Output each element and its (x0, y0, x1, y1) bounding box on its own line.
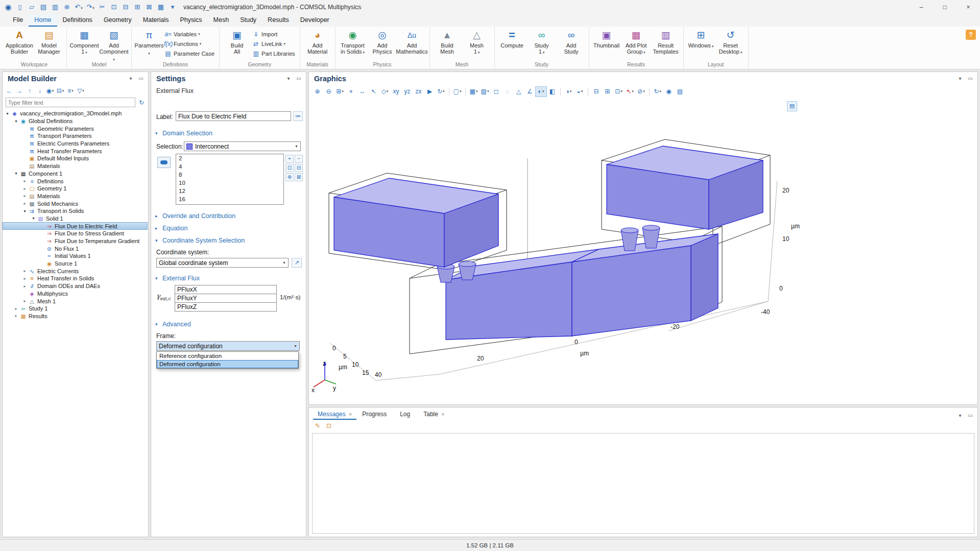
domain-list-item[interactable]: 12 (176, 187, 283, 195)
flux-value-input[interactable] (175, 294, 277, 303)
domain-list-item[interactable]: 4 (176, 162, 283, 171)
tree-expand-arrow[interactable] (21, 179, 28, 183)
plot-update-icon[interactable]: ↻ (652, 87, 663, 97)
menu-item[interactable]: Materials (137, 14, 175, 27)
view-yz-icon[interactable]: yz (402, 87, 413, 97)
tree-item[interactable]: Solid 1 (3, 215, 148, 223)
adjacent-select-icon[interactable]: △ (513, 87, 524, 97)
view-menu-icon[interactable]: ▢ (452, 87, 463, 97)
tree-item[interactable]: Study 1 (3, 305, 148, 313)
domain-list-item[interactable]: 2 (176, 154, 283, 162)
menu-item[interactable]: Geometry (98, 14, 137, 27)
menu-item[interactable]: Home (29, 14, 57, 27)
flux-value-input[interactable] (175, 302, 277, 312)
transport-in-solids-button[interactable]: ◉ Transport in Solids (338, 27, 368, 60)
tree-item[interactable]: Global Definitions (3, 117, 148, 125)
variables-button[interactable]: a= Variables (164, 30, 217, 38)
add-mathematics-button[interactable]: Δu Add Mathematics (397, 27, 427, 60)
menu-item[interactable]: Results (262, 14, 295, 27)
environment-icon[interactable]: ◑ (563, 87, 574, 97)
tree-item[interactable]: Electric Currents (3, 267, 148, 275)
show-icon[interactable]: ◉ (45, 86, 55, 95)
tree-item[interactable]: vacancy_electromigration_3Dmodel.mph (3, 110, 148, 117)
tree-item[interactable]: Flux Due to Temperature Gradient (3, 237, 148, 245)
rename-label-icon[interactable]: ≔ (293, 111, 303, 121)
tree-item[interactable]: Geometric Parameters (3, 125, 148, 132)
menu-item[interactable]: File (7, 14, 29, 27)
parameters-button[interactable]: π Parameters (134, 27, 164, 60)
tree-item[interactable]: Materials (3, 162, 148, 170)
paste-selection-icon[interactable]: ⊟ (295, 164, 303, 172)
qat-customize-icon[interactable]: ▾ (167, 2, 178, 13)
windows-button[interactable]: ⊞ Windows (686, 27, 716, 60)
flux-value-input[interactable] (175, 285, 277, 294)
copy-icon[interactable]: ⊡ (108, 2, 119, 13)
scene-light-icon[interactable]: ◐ (536, 87, 546, 97)
zoom-extents-icon[interactable]: ⌖ (346, 87, 356, 97)
tree-item[interactable]: Heat Transfer Parameters (3, 147, 148, 155)
frame-combo[interactable]: Deformed configuration ▾ (156, 341, 300, 351)
compact-history-icon[interactable]: ⊗ (61, 2, 73, 13)
filter-icon[interactable]: ▽ (76, 86, 85, 95)
skybox-icon[interactable]: ◒ (575, 87, 585, 97)
tree-expand-arrow[interactable] (4, 111, 11, 116)
dropdown-option[interactable]: Reference configuration (157, 352, 298, 360)
undo-icon[interactable]: ↶ (73, 2, 84, 13)
tree-expand-arrow[interactable] (21, 201, 28, 206)
reset-desktop-button[interactable]: ↺ Reset Desktop (716, 27, 746, 60)
redo-icon[interactable]: ↷ (85, 2, 96, 13)
application-builder-button[interactable]: A Application Builder (5, 27, 34, 60)
tree-item[interactable]: Flux Due to Electric Field (3, 222, 148, 230)
panel-menu-icon[interactable]: ▾ (127, 75, 135, 83)
copy-selection-icon[interactable]: ⊡ (285, 164, 294, 172)
parameter-case-button[interactable]: ▤ Parameter Case (164, 50, 217, 57)
tree-filter-input[interactable] (6, 98, 135, 107)
scene-3d[interactable]: 20µm100-40-20200µm05101540µmxyz (309, 98, 978, 404)
active-toggle-button[interactable] (157, 157, 171, 168)
deselect-icon[interactable]: ⊘ (636, 87, 647, 97)
import-button[interactable]: ⇓ Import (252, 30, 297, 38)
lasso-select-icon[interactable]: ◌ (502, 87, 513, 97)
add-component-button[interactable]: ▧ Add Component (99, 27, 129, 60)
tree-item[interactable]: Geometry 1 (3, 185, 148, 193)
graphics-canvas[interactable]: 20µm100-40-20200µm05101540µmxyz ▤ (309, 98, 977, 404)
section-external-flux[interactable]: External Flux (151, 273, 306, 283)
cut-icon[interactable]: ✂ (97, 2, 108, 13)
label-input[interactable] (176, 111, 291, 121)
view-zx-icon[interactable]: zx (413, 87, 424, 97)
close-tab-icon[interactable]: × (441, 409, 444, 420)
tree-expand-arrow[interactable] (21, 194, 28, 198)
section-override[interactable]: Override and Contribution (151, 211, 306, 221)
save-as-icon[interactable]: ▥ (50, 2, 61, 13)
panel-menu-icon[interactable]: ▾ (956, 75, 964, 83)
panel-menu-icon[interactable]: ▾ (284, 75, 293, 83)
view-xy-icon[interactable]: xy (391, 87, 401, 97)
view-3d-icon[interactable]: ⊡ (613, 87, 624, 97)
tree-item[interactable]: Initial Values 1 (3, 252, 148, 260)
split-horizontal-icon[interactable]: ⊟ (591, 87, 602, 97)
tree-expand-arrow[interactable] (13, 171, 19, 176)
domain-list-item[interactable]: 10 (176, 179, 283, 187)
move-up-icon[interactable]: ↑ (25, 86, 34, 95)
add-selection-icon[interactable]: + (285, 155, 294, 163)
properties-icon[interactable]: ▦ (155, 2, 166, 13)
copy-messages-icon[interactable]: ⊡ (324, 421, 333, 430)
tree-item[interactable]: Mesh 1 (3, 297, 148, 305)
tree-item[interactable]: Solid Mechanics (3, 200, 148, 207)
tree-item[interactable]: Component 1 (3, 170, 148, 178)
select-box-icon[interactable]: ◻ (491, 87, 501, 97)
node-grouping-icon[interactable]: ≡ (66, 86, 75, 95)
tree-item[interactable]: Results (3, 313, 148, 320)
panel-float-icon[interactable]: ▭ (295, 75, 303, 83)
menu-item[interactable]: Developer (295, 14, 335, 27)
tree-item[interactable]: Transport in Solids (3, 207, 148, 215)
tree-item[interactable]: Default Model Inputs (3, 155, 148, 162)
zoom-box-icon[interactable]: ⊞ (334, 87, 345, 97)
messages-tab[interactable]: Progress (357, 408, 394, 420)
study1-button[interactable]: ∞ Study 1 (527, 27, 557, 60)
tree-expand-arrow[interactable] (21, 269, 28, 273)
forward-icon[interactable]: → (15, 86, 24, 95)
add-physics-button[interactable]: ◎ Add Physics (368, 27, 397, 60)
new-file-icon[interactable]: ▯ (14, 2, 26, 13)
part-libraries-button[interactable]: ▥ Part Libraries (252, 50, 297, 57)
